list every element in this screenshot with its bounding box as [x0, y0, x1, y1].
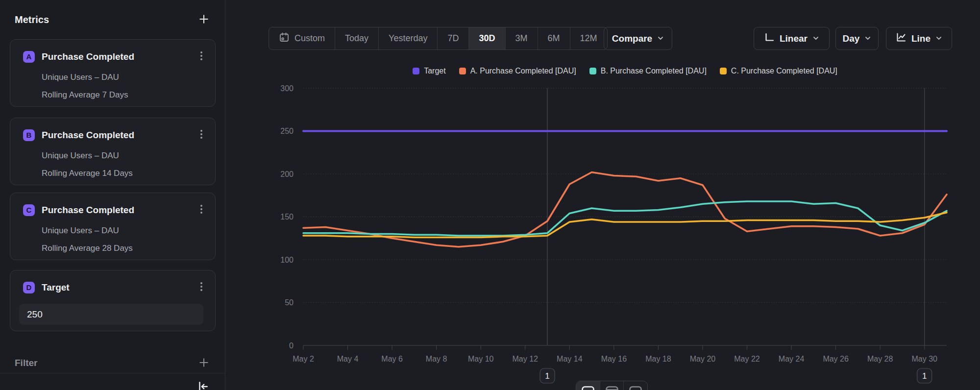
metric-badge-d: D — [23, 282, 35, 293]
split-layout-icon — [605, 386, 619, 390]
chart-type-label: Line — [911, 33, 931, 44]
kebab-icon — [196, 50, 206, 63]
range-6m-button[interactable]: 6M — [538, 27, 570, 49]
y-axis-label: 250 — [280, 127, 294, 135]
x-axis-label: May 6 — [381, 355, 403, 363]
range-label: Today — [345, 33, 368, 44]
metric-card-c[interactable]: C Purchase Completed Unique Users – DAU … — [10, 193, 216, 260]
metric-rolling-average: Rolling Average 7 Days — [42, 90, 205, 100]
filter-section: Filter — [15, 354, 211, 372]
range-label: 7D — [447, 33, 459, 44]
metric-rolling-average: Rolling Average 14 Days — [42, 169, 205, 178]
scale-label: Linear — [780, 33, 808, 44]
range-30d-button[interactable]: 30D — [469, 27, 505, 49]
y-axis-label: 50 — [285, 298, 294, 307]
analytics-dashboard: { "sidebar": { "title": "Metrics", "metr… — [0, 0, 980, 390]
metric-menu-button[interactable] — [195, 202, 208, 218]
y-axis-label: 100 — [280, 256, 294, 264]
scale-button[interactable]: Linear — [754, 27, 830, 50]
x-axis-label: May 10 — [468, 355, 494, 363]
date-range-group: Custom Today Yesterday 7D 30D 3M 6M 12M — [269, 27, 608, 50]
x-axis-label: May 16 — [601, 355, 627, 363]
layout-split-button[interactable] — [600, 381, 624, 390]
range-yesterday-button[interactable]: Yesterday — [379, 27, 438, 49]
x-axis-label: May 2 — [293, 355, 314, 363]
x-axis-label: May 8 — [426, 355, 447, 363]
range-3m-button[interactable]: 3M — [506, 27, 538, 49]
collapse-left-icon — [196, 380, 209, 390]
y-axis-label: 0 — [289, 341, 294, 350]
interval-button[interactable]: Day — [835, 27, 879, 50]
metric-rolling-average: Rolling Average 28 Days — [42, 244, 205, 253]
range-label: Custom — [294, 33, 325, 44]
collapse-sidebar-button[interactable] — [195, 378, 211, 390]
layout-table-button[interactable] — [624, 381, 647, 390]
metric-badge-c: C — [23, 204, 35, 216]
range-custom-button[interactable]: Custom — [269, 27, 335, 49]
target-card[interactable]: D Target — [10, 270, 216, 331]
metric-card-a[interactable]: A Purchase Completed Unique Users – DAU … — [10, 39, 216, 107]
target-title: Target — [42, 282, 195, 293]
table-layout-icon — [629, 386, 642, 390]
add-metric-button[interactable] — [196, 12, 211, 28]
range-label: 3M — [515, 33, 528, 44]
metrics-sidebar: Metrics A Purchase Completed Unique User… — [0, 0, 225, 390]
compare-label: Compare — [612, 33, 652, 44]
range-today-button[interactable]: Today — [335, 27, 379, 49]
x-axis-label: May 22 — [734, 355, 760, 363]
range-7d-button[interactable]: 7D — [438, 27, 469, 49]
axes-icon — [764, 32, 775, 45]
x-axis-label: May 20 — [690, 355, 716, 363]
layout-toggle-group — [576, 381, 648, 390]
layout-chart-button[interactable] — [576, 381, 600, 390]
metric-measure: Unique Users – DAU — [42, 226, 205, 236]
x-axis-label: May 24 — [779, 355, 805, 363]
chart-type-button[interactable]: Line — [886, 27, 952, 50]
range-label: Yesterday — [389, 33, 427, 44]
range-label: 6M — [548, 33, 560, 44]
range-12m-button[interactable]: 12M — [570, 27, 607, 49]
plus-icon — [198, 14, 209, 26]
sidebar-header: Metrics — [15, 11, 211, 28]
range-label: 30D — [479, 33, 495, 44]
y-axis-label: 200 — [280, 170, 294, 178]
metric-menu-button[interactable] — [195, 49, 208, 65]
metric-title: Purchase Completed — [42, 130, 195, 141]
y-axis-label: 150 — [280, 213, 294, 221]
range-label: 12M — [580, 33, 597, 44]
interval-label: Day — [843, 33, 860, 44]
chevron-down-icon — [935, 33, 942, 44]
plus-icon — [198, 357, 209, 369]
target-value-input[interactable] — [19, 304, 203, 325]
y-axis-label: 300 — [280, 84, 294, 93]
compare-button[interactable]: Compare — [604, 27, 672, 50]
x-axis-label: May 18 — [645, 355, 671, 363]
kebab-icon — [196, 281, 206, 293]
metrics-section-title: Metrics — [15, 14, 49, 25]
series-line-b[interactable] — [303, 201, 947, 236]
chevron-down-icon — [812, 33, 819, 44]
series-line-a[interactable] — [303, 172, 947, 247]
metric-badge-b: B — [23, 129, 35, 141]
add-filter-button[interactable] — [196, 355, 211, 371]
x-axis-label: May 26 — [823, 355, 849, 363]
kebab-icon — [196, 129, 206, 141]
metric-badge-a: A — [23, 51, 35, 63]
metric-menu-button[interactable] — [195, 127, 208, 143]
sidebar-divider — [0, 373, 225, 373]
annotation-badge-label: 1 — [922, 371, 927, 381]
line-chart-icon — [896, 32, 906, 45]
metric-measure: Unique Users – DAU — [42, 151, 205, 161]
kebab-icon — [196, 204, 206, 216]
metric-title: Purchase Completed — [42, 205, 195, 216]
x-axis-label: May 30 — [911, 355, 937, 363]
chevron-down-icon — [657, 33, 664, 44]
metric-title: Purchase Completed — [42, 51, 195, 62]
x-axis-label: May 14 — [557, 355, 583, 363]
x-axis-label: May 28 — [867, 355, 893, 363]
metric-card-b[interactable]: B Purchase Completed Unique Users – DAU … — [10, 118, 216, 185]
target-menu-button[interactable] — [195, 279, 208, 295]
x-axis-label: May 4 — [337, 355, 359, 363]
line-chart[interactable]: 050100150200250300May 2May 4May 6May 8Ma… — [225, 73, 980, 390]
x-axis-label: May 12 — [513, 355, 539, 363]
